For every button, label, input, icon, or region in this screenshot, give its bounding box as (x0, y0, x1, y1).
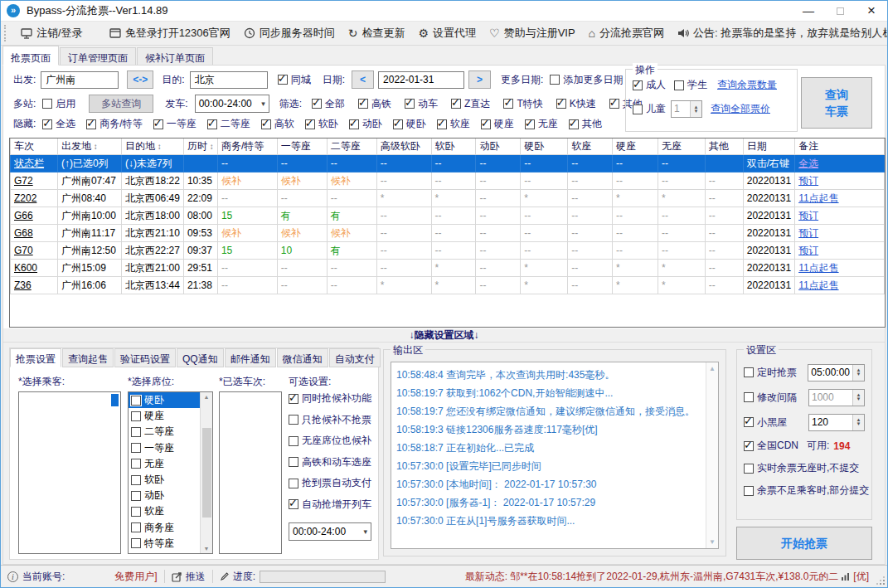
stepper-arrows-icon[interactable]: ▲▼ (852, 365, 864, 381)
toolbar-grip[interactable] (4, 25, 6, 41)
query-ticket-button[interactable]: 查询 车票 (801, 77, 872, 129)
cdn-checkbox[interactable]: 全国CDN (744, 439, 798, 453)
column-header[interactable]: 硬卧 (521, 138, 568, 155)
grab-option-checkbox[interactable]: 只抢候补不抢票 (289, 413, 376, 427)
stepper-arrows-icon[interactable]: ▲▼ (852, 415, 864, 430)
seat-option[interactable]: 二等座 (129, 424, 200, 440)
train-row[interactable]: Z36广州16:06北京西13:4421:38------**--*--**--… (11, 277, 885, 294)
check-update-button[interactable]: ↻ 检查更新 (348, 26, 405, 41)
seat-type-checkbox[interactable]: 动卧 (349, 117, 382, 131)
seat-listbox[interactable]: 硬卧 硬座 二等座 (128, 391, 213, 554)
add-more-dates-checkbox[interactable]: 添加更多日期 (550, 73, 623, 87)
column-header[interactable]: 车次 (11, 138, 58, 155)
seat-type-checkbox[interactable]: 高软 (261, 117, 294, 131)
book-link[interactable]: 11点起售 (798, 279, 838, 291)
seat-option[interactable]: 硬座 (129, 408, 200, 424)
train-number-link[interactable]: K600 (14, 262, 37, 274)
interval-checkbox[interactable]: 修改间隔 (744, 391, 797, 405)
timed-grab-stepper[interactable]: 05:00:00 ▲▼ (808, 364, 865, 381)
multi-query-button[interactable]: 多站查询 (89, 95, 153, 113)
train-type-checkbox[interactable]: 全部 (312, 97, 345, 111)
train-number-link[interactable]: G70 (14, 245, 33, 256)
output-log[interactable]: 10:58:48:4 查询完毕，本次查询共用时:435毫秒。10:58:19:7… (391, 362, 706, 548)
maximize-button[interactable] (824, 1, 856, 21)
column-header[interactable]: 历时 ↕ (183, 138, 217, 155)
seat-type-checkbox[interactable]: 其他 (569, 117, 602, 131)
book-link[interactable]: 预订 (798, 245, 818, 256)
seat-option[interactable]: 一等座 (129, 440, 200, 456)
push-label[interactable]: 推送 (186, 570, 206, 584)
column-header[interactable]: 二等座 (327, 138, 376, 155)
seat-type-checkbox[interactable]: 全选 (42, 117, 75, 131)
column-header[interactable]: 商务/特等 (217, 138, 277, 155)
train-row[interactable]: G72广州南07:47北京西18:2210:35候补候补候补----------… (11, 173, 885, 190)
column-header[interactable]: 高级软卧 (376, 138, 431, 155)
seat-type-checkbox[interactable]: 二等座 (207, 117, 250, 131)
select-all-link[interactable]: 全选 (798, 158, 818, 169)
train-type-checkbox[interactable]: T特快 (503, 97, 542, 111)
settings-tab[interactable]: 查询起售 (62, 348, 114, 367)
timed-grab-checkbox[interactable]: 定时抢票 (744, 366, 797, 380)
open-12306-button[interactable]: 免登录打开12306官网 (109, 26, 230, 41)
same-city-checkbox[interactable]: 同城 (278, 73, 311, 87)
seat-option[interactable]: 硬卧 (129, 392, 200, 408)
column-header[interactable]: 动卧 (476, 138, 521, 155)
seat-option[interactable]: 软卧 (129, 472, 200, 488)
column-header[interactable]: 备注 (795, 138, 885, 155)
column-header[interactable]: 软座 (568, 138, 613, 155)
hide-settings-divider[interactable]: ↓隐藏设置区域↓ (3, 328, 885, 343)
column-header[interactable]: 日期 (743, 138, 794, 155)
partial-submit-checkbox[interactable]: 余票不足乘客时,部分提交 (744, 484, 869, 498)
column-header[interactable]: 一等座 (277, 138, 327, 155)
output-scrollbar[interactable]: ▲ ▼ (706, 362, 718, 548)
seat-option[interactable]: 商务座 (129, 520, 200, 536)
book-link[interactable]: 预订 (798, 175, 818, 187)
scroll-down-icon[interactable]: ▼ (204, 546, 210, 552)
query-price-link[interactable]: 查询全部票价 (711, 102, 770, 116)
grab-option-checkbox[interactable]: 同时抢候补功能 (289, 391, 376, 406)
column-header[interactable]: 硬座 (613, 138, 658, 155)
book-link[interactable]: 预订 (798, 210, 818, 221)
train-number-link[interactable]: Z202 (14, 192, 36, 204)
book-link[interactable]: 11点起售 (798, 262, 838, 274)
column-header[interactable]: 无座 (658, 138, 705, 155)
settings-tab[interactable]: 自动支付 (329, 348, 381, 367)
seat-type-checkbox[interactable]: 硬卧 (393, 117, 426, 131)
seat-option[interactable]: 无座 (129, 456, 200, 472)
seat-option[interactable]: 特等座 (129, 536, 200, 552)
seat-type-checkbox[interactable]: 软座 (437, 117, 470, 131)
status-bar-link[interactable]: 状态栏 (14, 158, 44, 169)
prev-date-button[interactable]: < (352, 70, 374, 89)
child-checkbox[interactable]: 儿童 (633, 102, 666, 116)
train-type-checkbox[interactable]: 动车 (405, 97, 438, 111)
scroll-up-icon[interactable]: ▲ (204, 394, 210, 400)
column-header[interactable]: 出发地 ↕ (57, 138, 121, 155)
seat-list-scrollbar[interactable]: ▲ ▼ (200, 392, 212, 553)
grab-option-checkbox[interactable]: 自动抢增开列车 (289, 498, 376, 512)
next-date-button[interactable]: > (468, 70, 491, 89)
blackroom-checkbox[interactable]: 小黑屋 (744, 415, 787, 430)
grab-option-checkbox[interactable]: 抢到票自动支付 (289, 476, 376, 490)
train-row[interactable]: G68广州南11:17北京西21:1009:53候补候补候补----------… (11, 225, 885, 242)
seat-option[interactable]: 软座 (129, 503, 200, 519)
train-row[interactable]: G70广州南12:50北京西22:2709:371510有-----------… (11, 242, 885, 260)
column-header[interactable]: 软卧 (431, 138, 476, 155)
child-count-stepper[interactable]: 1 ▲▼ (671, 100, 702, 118)
grab-time-range-combo[interactable]: 00:00-24:00 ▾ (289, 522, 371, 541)
seat-type-checkbox[interactable]: 硬座 (481, 117, 514, 131)
train-number-link[interactable]: G66 (14, 210, 33, 221)
train-number-link[interactable]: G68 (14, 227, 33, 239)
dest-station-input[interactable]: 北京 (190, 71, 268, 89)
book-link[interactable]: 预订 (798, 227, 818, 239)
train-type-checkbox[interactable]: Z直达 (451, 97, 490, 111)
grab-option-checkbox[interactable]: 高铁和动车选座 (289, 455, 376, 469)
sponsor-vip-button[interactable]: ♡ 赞助与注册VIP (489, 26, 575, 41)
stepper-arrows-icon[interactable]: ▲▼ (690, 101, 701, 117)
seat-type-checkbox[interactable]: 无座 (525, 117, 558, 131)
train-row[interactable]: G66广州南10:00北京西18:0008:0015有有------------… (11, 207, 885, 225)
no-seat-checkbox[interactable]: 实时余票无座时,不提交 (744, 461, 859, 475)
seat-type-checkbox[interactable]: 商务/特等 (86, 117, 142, 131)
adult-checkbox[interactable]: 成人 (633, 78, 666, 92)
settings-tab[interactable]: 验证码设置 (114, 348, 176, 367)
seat-option[interactable]: 动卧 (129, 488, 200, 503)
